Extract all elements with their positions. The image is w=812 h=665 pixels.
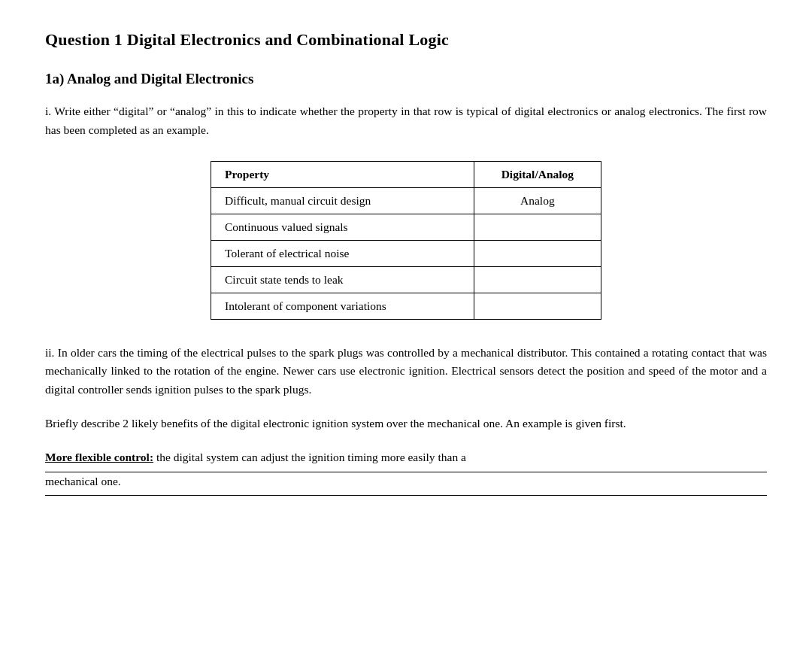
benefit-continuation: mechanical one.	[45, 475, 121, 487]
benefit-text: the digital system can adjust the igniti…	[153, 451, 466, 463]
table-row: Tolerant of electrical noise	[211, 240, 601, 266]
benefit-line-2: mechanical one.	[45, 472, 767, 496]
benefit-line-1: More flexible control: the digital syste…	[45, 448, 767, 472]
property-cell: Circuit state tends to leak	[211, 266, 474, 293]
main-title: Question 1 Digital Electronics and Combi…	[45, 30, 767, 50]
property-cell: Tolerant of electrical noise	[211, 240, 474, 266]
paragraph-benefit-intro: Briefly describe 2 likely benefits of th…	[45, 414, 767, 433]
paragraph-ii: ii. In older cars the timing of the elec…	[45, 344, 767, 399]
digital-analog-cell: Analog	[474, 187, 601, 214]
digital-analog-cell	[474, 266, 601, 293]
col-header-digital-analog: Digital/Analog	[474, 161, 601, 187]
benefit-section: More flexible control: the digital syste…	[45, 448, 767, 496]
paragraph-i: i. Write either “digital” or “analog” in…	[45, 102, 767, 140]
property-cell: Difficult, manual circuit design	[211, 187, 474, 214]
table-row: Intolerant of component variations	[211, 293, 601, 319]
table-row: Circuit state tends to leak	[211, 266, 601, 293]
digital-analog-cell	[474, 240, 601, 266]
property-cell: Intolerant of component variations	[211, 293, 474, 319]
section-ii: ii. In older cars the timing of the elec…	[45, 344, 767, 433]
property-cell: Continuous valued signals	[211, 214, 474, 240]
table-row: Continuous valued signals	[211, 214, 601, 240]
table-container: Property Digital/Analog Difficult, manua…	[45, 161, 767, 320]
col-header-property: Property	[211, 161, 474, 187]
section-title: 1a) Analog and Digital Electronics	[45, 71, 767, 87]
property-table: Property Digital/Analog Difficult, manua…	[211, 161, 601, 320]
digital-analog-cell	[474, 214, 601, 240]
table-row: Difficult, manual circuit design Analog	[211, 187, 601, 214]
benefit-label: More flexible control:	[45, 451, 153, 463]
digital-analog-cell	[474, 293, 601, 319]
